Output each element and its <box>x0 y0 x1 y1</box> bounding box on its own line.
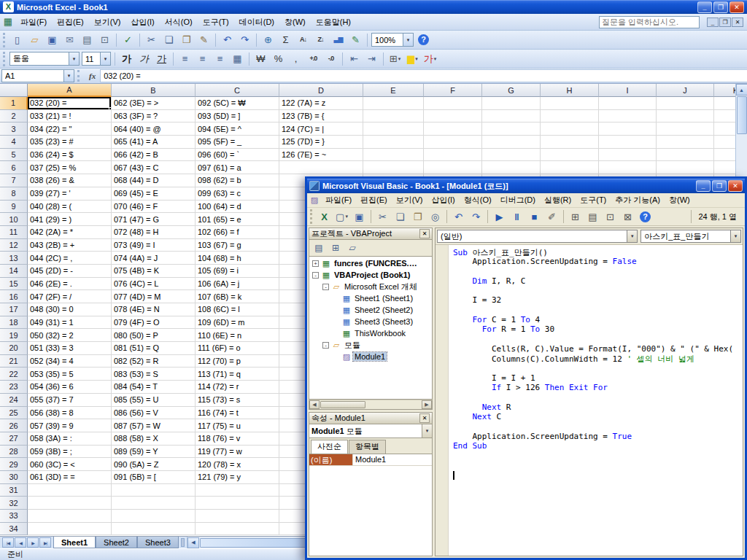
grid-cell[interactable]: 088 (58) = X <box>112 432 196 446</box>
row-header[interactable]: 12 <box>0 239 28 252</box>
collapse-icon[interactable]: - <box>322 342 329 349</box>
cut-button[interactable]: ✂ <box>374 209 391 225</box>
grid-cell[interactable]: 068 (44) = D <box>112 174 196 187</box>
procedure-dropdown[interactable]: 아스키_표_만들기 ▾ <box>640 230 741 243</box>
row-header[interactable]: 4 <box>0 136 28 149</box>
grid-cell[interactable]: 113 (71) = q <box>196 368 279 381</box>
vbe-menu-view[interactable]: 보기(V) <box>392 193 427 207</box>
close-icon[interactable]: ✕ <box>419 413 430 423</box>
grid-cell[interactable] <box>28 523 112 536</box>
minimize-button[interactable]: _ <box>696 180 711 192</box>
column-header-A[interactable]: A <box>28 84 112 97</box>
scroll-up-icon[interactable]: ▲ <box>736 84 747 96</box>
vertical-scroll-thumb[interactable] <box>737 96 747 134</box>
excel-menu-tools[interactable]: 도구(T) <box>198 15 234 30</box>
row-header[interactable]: 21 <box>0 355 28 368</box>
grid-cell[interactable] <box>482 161 541 174</box>
copy-button[interactable]: ❏ <box>160 32 177 47</box>
restore-button[interactable]: ❐ <box>712 180 727 192</box>
row-header[interactable]: 28 <box>0 446 28 459</box>
grid-cell[interactable]: 107 (6B) = k <box>196 290 279 303</box>
collapse-icon[interactable]: - <box>322 284 329 290</box>
grid-cell[interactable]: 082 (52) = R <box>112 355 196 368</box>
chevron-down-icon[interactable]: ▾ <box>69 52 79 65</box>
row-header[interactable]: 13 <box>0 252 28 265</box>
row-header[interactable]: 9 <box>0 201 28 214</box>
grid-cell[interactable]: 039 (27) = ' <box>28 187 112 201</box>
project-tree-scroll-thumb[interactable] <box>320 401 365 408</box>
grid-cell[interactable]: 063 (3F) = ? <box>112 110 196 123</box>
grid-cell[interactable]: 066 (42) = B <box>112 149 196 162</box>
column-header-J[interactable]: J <box>657 84 714 97</box>
close-icon[interactable]: ✕ <box>419 229 430 238</box>
help-button[interactable]: ? <box>415 32 432 47</box>
grid-cell[interactable] <box>112 497 196 510</box>
grid-cell[interactable] <box>541 110 599 123</box>
grid-cell[interactable] <box>599 136 657 149</box>
grid-cell[interactable]: 097 (61) = a <box>196 161 279 174</box>
grid-cell[interactable]: 089 (59) = Y <box>112 446 196 459</box>
grid-cell[interactable]: 122 (7A) = z <box>279 97 363 110</box>
grid-cell[interactable]: 070 (46) = F <box>112 201 196 214</box>
sheet-tab-sheet3[interactable]: Sheet3 <box>137 537 179 548</box>
next-sheet-button[interactable]: ▶ <box>27 537 39 548</box>
grid-cell[interactable]: 062 (3E) = > <box>112 97 196 110</box>
grid-cell[interactable]: 076 (4C) = L <box>112 278 196 291</box>
zoom-combo[interactable]: 100%▾ <box>371 33 414 47</box>
grid-cell[interactable] <box>363 136 424 149</box>
row-header[interactable]: 18 <box>0 316 28 330</box>
project-tree-item[interactable]: ▦ThisWorkbook <box>309 327 432 339</box>
chevron-down-icon[interactable]: ▾ <box>627 230 637 242</box>
align-right-button[interactable]: ≡ <box>212 51 228 66</box>
grid-cell[interactable]: 105 (69) = i <box>196 265 279 278</box>
object-browser-button[interactable]: ⊡ <box>602 209 619 225</box>
grid-cell[interactable]: 112 (70) = p <box>196 355 279 368</box>
code-text[interactable]: Sub 아스키_표_만들기() Application.ScreenUpdati… <box>449 245 743 556</box>
vbe-menu-window[interactable]: 창(W) <box>665 193 694 207</box>
grid-cell[interactable]: 052 (34) = 4 <box>28 355 112 368</box>
grid-cell[interactable]: 055 (37) = 7 <box>28 394 112 407</box>
vbe-menu-edit[interactable]: 편집(E) <box>356 193 392 207</box>
grid-cell[interactable]: 120 (78) = x <box>196 458 279 471</box>
grid-cell[interactable]: 037 (25) = % <box>28 161 112 174</box>
new-button[interactable]: ▯ <box>9 32 26 47</box>
grid-cell[interactable]: 126 (7E) = ~ <box>279 149 363 162</box>
grid-cell[interactable] <box>196 510 279 523</box>
help-button[interactable]: ? <box>637 209 654 225</box>
grid-cell[interactable] <box>363 97 424 110</box>
name-box[interactable]: A1 ▾ <box>1 69 74 82</box>
column-header-E[interactable]: E <box>363 84 424 97</box>
row-header[interactable]: 17 <box>0 303 28 316</box>
fill-color-button[interactable]: ▆▾ <box>404 51 421 66</box>
grid-cell[interactable] <box>424 110 482 123</box>
properties-tab[interactable]: 항목별 <box>349 440 386 454</box>
chevron-down-icon[interactable]: ▾ <box>730 230 740 242</box>
toolbox-button[interactable]: ⊠ <box>619 209 636 225</box>
format-painter-button[interactable]: ✎ <box>196 32 212 47</box>
grid-cell[interactable] <box>112 523 196 536</box>
grid-cell[interactable]: 114 (72) = r <box>196 381 279 394</box>
project-tree-item[interactable]: -▱Microsoft Excel 개체 <box>309 281 432 292</box>
font-name-combo[interactable]: 돋움▾ <box>9 52 80 66</box>
chevron-down-icon[interactable]: ▾ <box>63 70 74 82</box>
row-header[interactable]: 6 <box>0 161 28 174</box>
row-header[interactable]: 29 <box>0 458 28 471</box>
grid-cell[interactable] <box>482 136 541 149</box>
grid-cell[interactable] <box>112 484 196 497</box>
grid-cell[interactable]: 102 (66) = f <box>196 226 279 239</box>
grid-cell[interactable]: 104 (68) = h <box>196 252 279 265</box>
horizontal-scroll-thumb[interactable] <box>200 538 309 548</box>
grid-cell[interactable]: 048 (30) = 0 <box>28 303 112 316</box>
properties-tab[interactable]: 사전순 <box>311 440 348 454</box>
property-value[interactable]: Module1 <box>353 454 432 465</box>
grid-cell[interactable] <box>599 110 657 123</box>
open-button[interactable]: ▱ <box>26 32 43 47</box>
chevron-down-icon[interactable]: ▾ <box>422 424 432 438</box>
align-center-button[interactable]: ≡ <box>194 51 211 66</box>
toolbar-drag-handle[interactable] <box>310 209 312 224</box>
row-header[interactable]: 3 <box>0 122 28 136</box>
project-tree-item[interactable]: ▦Sheet3 (Sheet3) <box>309 316 432 327</box>
copy-button[interactable]: ❏ <box>392 209 409 225</box>
grid-cell[interactable]: 044 (2C) = , <box>28 252 112 265</box>
minimize-button[interactable]: _ <box>707 18 719 27</box>
